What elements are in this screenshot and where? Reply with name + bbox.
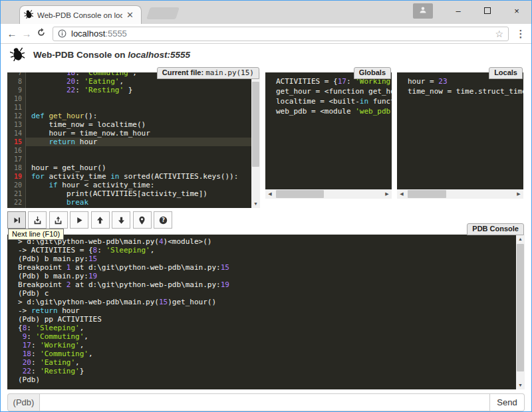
scroll-down-icon[interactable]: ▼ <box>251 199 260 208</box>
debugger-toolbar: ? Next line (F10) <box>7 211 525 229</box>
line-number: 11 <box>7 103 26 112</box>
step-into-button[interactable] <box>28 211 47 229</box>
line-number: 10 <box>7 94 26 103</box>
scroll-down-icon[interactable]: ▼ <box>516 381 525 389</box>
arrow-up-icon <box>96 216 104 225</box>
locals-view: hour = 23time_now = time.struct_time(tm_… <box>397 72 523 189</box>
code-line: 18hour = get_hour() <box>7 163 251 172</box>
code-line: 12def get_hour(): <box>7 112 251 120</box>
scroll-left-icon[interactable]: ◀ <box>265 189 275 199</box>
maximize-button[interactable] <box>473 1 502 20</box>
code-line <box>7 207 251 208</box>
globals-horizontal-scrollbar[interactable]: ◀ ▶ <box>265 189 392 199</box>
scroll-right-icon[interactable]: ▶ <box>382 189 392 199</box>
line-number: 8 <box>7 77 26 86</box>
output-line: 18: 'Commuting', <box>13 350 516 358</box>
browser-titlebar: Web-PDB Console on localhost:5555 ✕ – × <box>1 1 531 24</box>
output-line: 9: 'Commuting', <box>13 332 516 341</box>
webpdb-bug-icon <box>10 47 25 64</box>
code-line: 9 22: 'Resting' } <box>7 86 251 94</box>
line-number: 16 <box>7 146 26 155</box>
code-line: 11 <box>7 103 251 112</box>
code-line: 15 return hour <box>7 138 251 146</box>
step-out-icon <box>54 216 63 225</box>
output-line: {8: 'Sleeping', <box>13 324 516 332</box>
current-file-panel: Current file: main.py(15) 7 18: 'Commuti… <box>7 67 260 208</box>
tab-close-icon[interactable]: ✕ <box>126 12 134 19</box>
step-into-icon <box>33 216 42 225</box>
output-line: (Pdb) c <box>13 289 516 298</box>
where-button[interactable] <box>133 211 152 229</box>
next-line-button[interactable] <box>7 211 26 229</box>
output-line: 17: 'Working', <box>13 341 516 350</box>
globals-tab: Globals <box>354 67 391 79</box>
code-line: 21 print(ACTIVITIES[activity_time]) <box>7 189 251 198</box>
step-out-button[interactable] <box>49 211 68 229</box>
locals-tab: Locals <box>489 67 523 79</box>
forward-button[interactable]: → <box>19 28 34 39</box>
breakpoint-line-number: 15 <box>7 138 26 146</box>
line-number: 17 <box>7 155 26 163</box>
output-line: (Pdb) pp ACTIVITIES <box>13 315 516 324</box>
console-vertical-scrollbar[interactable]: ▲ ▼ <box>516 235 525 389</box>
output-line: Breakpoint 2 at d:\git\python-web-pdb\ma… <box>13 280 516 289</box>
send-button[interactable]: Send <box>490 393 525 411</box>
locals-horizontal-scrollbar[interactable]: ◀ ▶ <box>397 189 523 199</box>
output-line: (Pdb) b main.py:19 <box>13 272 516 280</box>
line-number: 18 <box>7 163 26 172</box>
scroll-up-icon[interactable]: ▲ <box>516 235 525 243</box>
continue-button[interactable] <box>70 211 88 229</box>
minimize-button[interactable]: – <box>444 1 473 20</box>
output-line: Breakpoint 1 at d:\git\python-web-pdb\ma… <box>13 263 516 272</box>
close-button[interactable]: × <box>502 1 531 20</box>
console-output: > d:\git\python-web-pdb\main.py(4)<modul… <box>7 235 516 389</box>
refresh-button[interactable] <box>34 28 49 39</box>
down-frame-button[interactable] <box>112 211 130 229</box>
code-line: 17 <box>7 155 251 163</box>
output-line: get_hour = <function get_hour at 0x00000… <box>271 86 392 96</box>
output-line: (Pdb) b main.py:15 <box>13 255 516 263</box>
scroll-left-icon[interactable]: ◀ <box>397 189 406 199</box>
command-input[interactable] <box>39 393 490 411</box>
pdb-console-tab: PDB Console <box>467 223 524 235</box>
command-input-bar: (Pdb) Send <box>7 393 525 411</box>
line-number: 7 <box>7 72 26 77</box>
current-file-tab: Current file: main.py(15) <box>157 67 259 79</box>
arrow-down-icon <box>117 216 126 225</box>
code-line: 19for activity_time in sorted(ACTIVITIES… <box>7 172 251 181</box>
output-line: -> ACTIVITIES = {8: 'Sleeping', <box>13 246 516 255</box>
output-line: 20: 'Eating', <box>13 358 516 367</box>
code-line: 20 if hour < activity_time: <box>7 181 251 189</box>
back-button[interactable]: ← <box>5 28 19 39</box>
help-button[interactable]: ? <box>154 211 172 229</box>
tooltip: Next line (F10) <box>8 229 64 240</box>
maximize-icon <box>484 7 491 14</box>
line-number: 9 <box>7 86 26 94</box>
output-line: (Pdb) <box>13 375 516 384</box>
globals-view: ACTIVITIES = {17: 'Working', 18: 'Commut… <box>265 72 392 189</box>
new-tab-button[interactable] <box>146 7 180 19</box>
address-bar[interactable]: localhost:5555 ☆ <box>53 27 509 41</box>
line-number: 13 <box>7 120 26 129</box>
question-icon: ? <box>159 216 168 225</box>
globals-panel: Globals ACTIVITIES = {17: 'Working', 18:… <box>265 67 392 199</box>
code-line: 16 <box>7 146 251 155</box>
browser-tab[interactable]: Web-PDB Console on localhost:5555 ✕ <box>19 5 142 24</box>
line-number: 20 <box>7 181 26 189</box>
svg-text:?: ? <box>162 217 165 223</box>
bookmark-star-icon[interactable]: ☆ <box>495 29 503 39</box>
breakpoint-line-number: 19 <box>7 172 26 181</box>
profile-button[interactable] <box>413 3 433 19</box>
line-number: 21 <box>7 189 26 198</box>
code-vertical-scrollbar[interactable]: ▲ ▼ <box>251 72 260 208</box>
page-title: Web-PDB Console on localhost:5555 <box>33 50 190 60</box>
browser-menu-button[interactable]: ⋮ <box>514 28 527 40</box>
browser-navbar: ← → localhost:5555 ☆ ⋮ <box>1 24 531 44</box>
info-icon <box>58 29 66 38</box>
code-line: 13 time_now = localtime() <box>7 120 251 129</box>
output-line: 22: 'Resting'} <box>13 367 516 375</box>
scroll-right-icon[interactable]: ▶ <box>514 189 523 199</box>
url-text: localhost:5555 <box>71 29 495 39</box>
up-frame-button[interactable] <box>91 211 110 229</box>
output-line: localtime = <built-in function localtime… <box>271 96 392 106</box>
